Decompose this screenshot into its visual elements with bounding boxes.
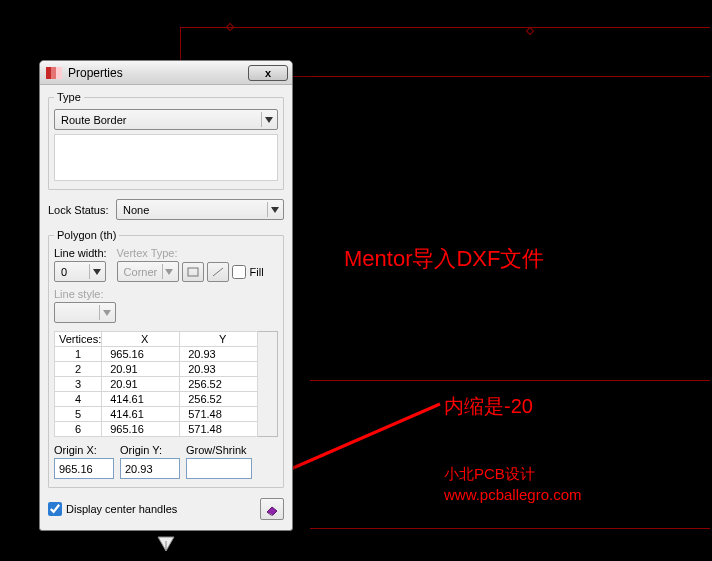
- vertices-label: Vertices: X Y 1965.1620.93220.9120.93320…: [54, 331, 278, 437]
- svg-line-1: [277, 404, 440, 475]
- chevron-down-icon: [267, 202, 281, 217]
- line-width-combo[interactable]: 0: [54, 261, 106, 282]
- titlebar[interactable]: Properties x: [40, 61, 292, 85]
- vertex-btn-1[interactable]: [182, 262, 204, 282]
- origin-x-input[interactable]: [54, 458, 114, 479]
- origin-y-input[interactable]: [120, 458, 180, 479]
- table-row[interactable]: 220.9120.93: [55, 362, 278, 377]
- fill-checkbox-wrap[interactable]: Fill: [232, 265, 264, 279]
- type-subbox: [54, 134, 278, 181]
- properties-dialog: Properties x Type Route Border Lock Stat…: [39, 60, 293, 531]
- type-group: Type Route Border: [48, 91, 284, 190]
- cell-y: 256.52: [180, 377, 258, 392]
- line-width-value: 0: [61, 266, 67, 278]
- cad-line-mid: [310, 380, 710, 381]
- cell-n: 2: [55, 362, 102, 377]
- cell-n: 3: [55, 377, 102, 392]
- app-icon: [46, 67, 62, 79]
- type-legend: Type: [54, 91, 84, 103]
- display-center-checkbox[interactable]: [48, 502, 62, 516]
- anno-brand2: www.pcballegro.com: [444, 486, 582, 503]
- col-vertices: Vertices:: [55, 332, 102, 347]
- col-x: X: [102, 332, 180, 347]
- line-width-label: Line width:: [54, 247, 107, 259]
- close-button[interactable]: x: [248, 65, 288, 81]
- table-row[interactable]: 4414.61256.52: [55, 392, 278, 407]
- cell-x: 414.61: [102, 392, 180, 407]
- col-y: Y: [180, 332, 258, 347]
- polygon-legend: Polygon (th): [54, 229, 119, 241]
- lock-status-value: None: [123, 204, 149, 216]
- table-row[interactable]: 320.91256.52: [55, 377, 278, 392]
- chevron-down-icon: [89, 264, 103, 279]
- cell-y: 571.48: [180, 407, 258, 422]
- cell-y: 256.52: [180, 392, 258, 407]
- display-center-label: Display center handles: [66, 503, 177, 515]
- close-icon: x: [265, 67, 271, 79]
- anno-brand1: 小北PCB设计: [444, 465, 535, 484]
- eraser-icon: [264, 502, 280, 516]
- display-center-wrap[interactable]: Display center handles: [48, 502, 177, 516]
- type-combo[interactable]: Route Border: [54, 109, 278, 130]
- vertices-table[interactable]: Vertices: X Y 1965.1620.93220.9120.93320…: [54, 331, 278, 437]
- cell-n: 1: [55, 347, 102, 362]
- cell-n: 4: [55, 392, 102, 407]
- cell-x: 965.16: [102, 347, 180, 362]
- chevron-down-icon: [261, 112, 275, 127]
- line-style-combo: [54, 302, 116, 323]
- table-row[interactable]: 1965.1620.93: [55, 347, 278, 362]
- cell-n: 6: [55, 422, 102, 437]
- cell-x: 20.91: [102, 362, 180, 377]
- cell-y: 20.93: [180, 362, 258, 377]
- dialog-title: Properties: [68, 66, 242, 80]
- grow-shrink-label: Grow/Shrink: [186, 444, 252, 456]
- eraser-button[interactable]: [260, 498, 284, 520]
- vertex-btn-2[interactable]: [207, 262, 229, 282]
- origin-x-label: Origin X:: [54, 444, 114, 456]
- polygon-group: Polygon (th) Line width: 0 Vertex Type: …: [48, 229, 284, 488]
- chevron-down-icon: [162, 264, 176, 279]
- fill-checkbox[interactable]: [232, 265, 246, 279]
- lock-status-label: Lock Status:: [48, 204, 112, 216]
- cell-x: 414.61: [102, 407, 180, 422]
- cell-x: 20.91: [102, 377, 180, 392]
- cell-y: 20.93: [180, 347, 258, 362]
- line-style-label: Line style:: [54, 288, 104, 300]
- anno-shrink: 内缩是-20: [444, 393, 533, 420]
- cad-line-bottom: [310, 528, 710, 529]
- vertex-type-label: Vertex Type:: [117, 247, 264, 259]
- type-value: Route Border: [61, 114, 126, 126]
- cell-y: 571.48: [180, 422, 258, 437]
- table-row[interactable]: 6965.16571.48: [55, 422, 278, 437]
- origin-y-label: Origin Y:: [120, 444, 180, 456]
- vertex-type-value: Corner: [124, 266, 158, 278]
- svg-rect-2: [188, 268, 198, 276]
- cell-x: 965.16: [102, 422, 180, 437]
- fill-label: Fill: [250, 266, 264, 278]
- svg-line-3: [213, 268, 223, 276]
- table-row[interactable]: 5414.61571.48: [55, 407, 278, 422]
- grow-shrink-input[interactable]: [186, 458, 252, 479]
- pointer-tab: [156, 535, 176, 555]
- cell-n: 5: [55, 407, 102, 422]
- chevron-down-icon: [99, 305, 113, 320]
- anno-mentor-dxf: Mentor导入DXF文件: [344, 244, 544, 274]
- vertex-type-combo: Corner: [117, 261, 179, 282]
- lock-status-combo[interactable]: None: [116, 199, 284, 220]
